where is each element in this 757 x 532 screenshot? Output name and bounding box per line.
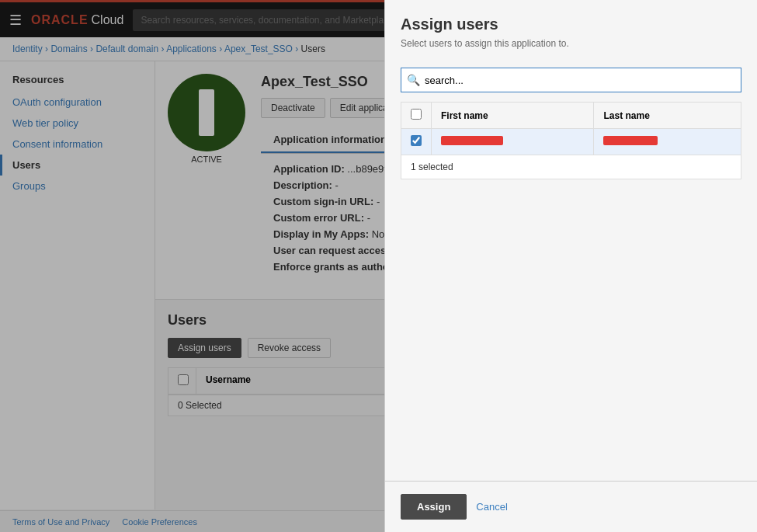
modal-search-wrap: 🔍 xyxy=(401,68,741,92)
modal-select-all-checkbox[interactable] xyxy=(411,109,422,120)
modal-row-lastname xyxy=(594,129,741,155)
modal-selected-count: 1 selected xyxy=(401,155,741,179)
modal-row-firstname xyxy=(432,129,594,155)
modal-search-input[interactable] xyxy=(401,68,741,92)
modal-assign-button[interactable]: Assign xyxy=(401,494,467,520)
modal-header: Assign users Select users to assign this… xyxy=(385,0,757,58)
modal-cancel-button[interactable]: Cancel xyxy=(476,501,507,513)
table-row xyxy=(401,129,741,155)
search-icon: 🔍 xyxy=(407,74,420,86)
modal-overlay: Assign users Select users to assign this… xyxy=(0,0,757,532)
modal-row-checkbox[interactable] xyxy=(411,135,422,146)
modal-body: 🔍 First name Last name xyxy=(385,58,757,481)
modal-title: Assign users xyxy=(401,16,741,33)
modal-row-checkbox-cell xyxy=(401,129,432,155)
modal-subtitle: Select users to assign this application … xyxy=(401,38,741,49)
modal-th-lastname: Last name xyxy=(594,103,741,129)
firstname-redacted xyxy=(441,136,503,145)
lastname-redacted xyxy=(603,136,658,145)
modal-th-firstname: First name xyxy=(432,103,594,129)
modal-footer: Assign Cancel xyxy=(385,481,757,532)
modal-th-checkbox xyxy=(401,103,432,129)
modal-users-table: First name Last name xyxy=(401,102,741,155)
assign-users-modal: Assign users Select users to assign this… xyxy=(384,0,757,532)
